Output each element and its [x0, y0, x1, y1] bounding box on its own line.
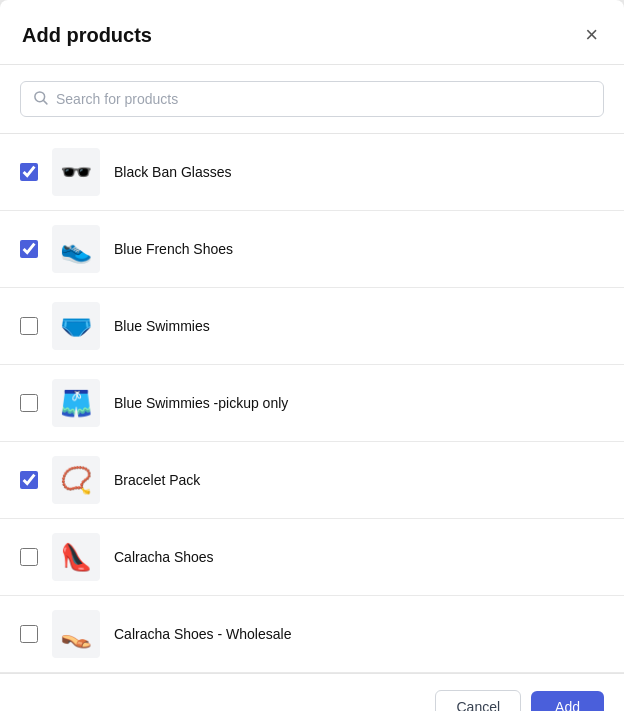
cancel-button[interactable]: Cancel: [435, 690, 521, 711]
search-wrapper: [20, 81, 604, 117]
product-name: Black Ban Glasses: [114, 164, 232, 180]
product-image: 👟: [52, 225, 100, 273]
list-item[interactable]: 👡Calracha Shoes - Wholesale: [0, 596, 624, 673]
product-image: 🩳: [52, 379, 100, 427]
list-item[interactable]: 🩳Blue Swimmies -pickup only: [0, 365, 624, 442]
product-name: Blue French Shoes: [114, 241, 233, 257]
add-products-modal: Add products × 🕶️Black Ban Glasses👟Blue …: [0, 0, 624, 711]
product-name: Blue Swimmies -pickup only: [114, 395, 288, 411]
modal-title: Add products: [22, 24, 152, 47]
product-checkbox[interactable]: [20, 548, 38, 566]
close-button[interactable]: ×: [579, 22, 604, 48]
list-item[interactable]: 🕶️Black Ban Glasses: [0, 134, 624, 211]
list-item[interactable]: 👟Blue French Shoes: [0, 211, 624, 288]
modal-footer: Cancel Add: [0, 673, 624, 711]
product-checkbox[interactable]: [20, 394, 38, 412]
product-image: 📿: [52, 456, 100, 504]
product-checkbox[interactable]: [20, 317, 38, 335]
product-name: Calracha Shoes: [114, 549, 214, 565]
product-checkbox[interactable]: [20, 471, 38, 489]
product-image: 👠: [52, 533, 100, 581]
list-item[interactable]: 📿Bracelet Pack: [0, 442, 624, 519]
add-button[interactable]: Add: [531, 691, 604, 711]
search-input[interactable]: [56, 91, 591, 107]
product-name: Blue Swimmies: [114, 318, 210, 334]
product-image: 🩲: [52, 302, 100, 350]
modal-header: Add products ×: [0, 0, 624, 65]
product-image: 🕶️: [52, 148, 100, 196]
list-item[interactable]: 👠Calracha Shoes: [0, 519, 624, 596]
product-name: Bracelet Pack: [114, 472, 200, 488]
product-checkbox[interactable]: [20, 240, 38, 258]
search-area: [0, 65, 624, 134]
product-list: 🕶️Black Ban Glasses👟Blue French Shoes🩲Bl…: [0, 134, 624, 673]
list-item[interactable]: 🩲Blue Swimmies: [0, 288, 624, 365]
search-icon: [33, 90, 48, 108]
product-image: 👡: [52, 610, 100, 658]
product-checkbox[interactable]: [20, 163, 38, 181]
product-name: Calracha Shoes - Wholesale: [114, 626, 291, 642]
svg-line-1: [44, 101, 47, 104]
product-checkbox[interactable]: [20, 625, 38, 643]
